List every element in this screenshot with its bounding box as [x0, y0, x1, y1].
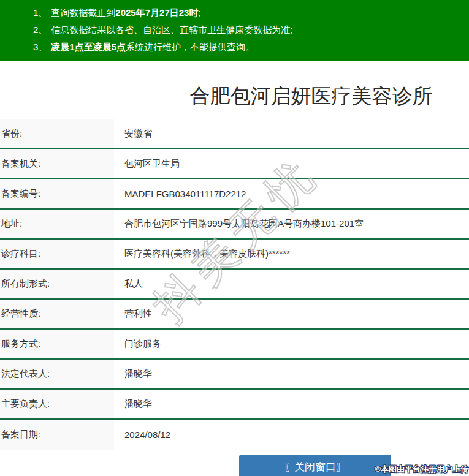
- close-window-button[interactable]: 〖关闭窗口〗: [239, 455, 391, 476]
- row-label: 所有制形式:: [0, 270, 114, 298]
- row-label: 地址:: [0, 210, 114, 238]
- row-value: 合肥市包河区宁国路999号太阳岛花园A号商办楼101-201室: [114, 210, 469, 238]
- table-row: 主要负责人:潘晓华: [0, 390, 469, 420]
- notice-list: 1、查询数据截止到2025年7月27日23时;2、信息数据结果以各省、自治区、直…: [0, 4, 469, 56]
- table-row: 备案日期:2024/08/12: [0, 420, 469, 450]
- table-row: 地址:合肥市包河区宁国路999号太阳岛花园A号商办楼101-201室: [0, 210, 469, 240]
- row-value: 潘晓华: [114, 360, 469, 388]
- page-title: 合肥包河启妍医疗美容诊所: [0, 85, 469, 107]
- row-label: 备案机关:: [0, 149, 114, 178]
- row-value: 门诊服务: [114, 330, 469, 358]
- table-row: 诊疗科目:医疗美容科(美容外科，美容皮肤科)******: [0, 240, 469, 270]
- notice-number: 1、: [33, 7, 47, 18]
- notice-number: 3、: [33, 42, 47, 52]
- row-value: 2024/08/12: [114, 420, 469, 450]
- notice-text-segment: 2025年7月27日23时: [115, 7, 198, 18]
- row-value: 私人: [114, 270, 469, 298]
- row-label: 服务方式:: [0, 330, 114, 358]
- notice-bar: 1、查询数据截止到2025年7月27日23时;2、信息数据结果以各省、自治区、直…: [0, 0, 469, 61]
- row-label: 省份:: [0, 119, 114, 148]
- row-value: 包河区卫生局: [114, 149, 469, 178]
- row-value: 安徽省: [114, 119, 469, 148]
- info-table: 省份:安徽省备案机关:包河区卫生局备案编号:MADELFGB034011117D…: [0, 119, 469, 450]
- row-label: 经营性质:: [0, 300, 114, 328]
- notice-text-segment: 系统进行维护，不能提供查询。: [126, 42, 254, 52]
- row-value: 潘晓华: [114, 390, 469, 418]
- result-window: 1、查询数据截止到2025年7月27日23时;2、信息数据结果以各省、自治区、直…: [0, 0, 469, 476]
- table-row: 法定代表人:潘晓华: [0, 360, 469, 390]
- row-value: 医疗美容科(美容外科，美容皮肤科)******: [114, 240, 469, 268]
- row-label: 诊疗科目:: [0, 240, 114, 268]
- table-row: 服务方式:门诊服务: [0, 330, 469, 360]
- notice-item: 3、凌晨1点至凌晨5点系统进行维护，不能提供查询。: [33, 39, 469, 56]
- table-row: 省份:安徽省: [0, 119, 469, 149]
- row-label: 主要负责人:: [0, 390, 114, 418]
- notice-item: 2、信息数据结果以各省、自治区、直辖市卫生健康委数据为准;: [33, 21, 469, 39]
- table-row: 经营性质:营利性: [0, 300, 469, 330]
- table-row: 备案机关:包河区卫生局: [0, 149, 469, 179]
- notice-text-segment: ;: [198, 7, 200, 18]
- uploader-credit-watermark: ©本图由平台注册用户上传: [375, 464, 468, 475]
- notice-item: 1、查询数据截止到2025年7月27日23时;: [33, 4, 469, 21]
- notice-text-segment: 信息数据结果以各省、自治区、直辖市卫生健康委数据为准;: [51, 25, 292, 35]
- notice-text-segment: 凌晨1点至凌晨5点: [51, 42, 126, 52]
- row-value: MADELFGB034011117D2212: [114, 179, 469, 208]
- row-value: 营利性: [114, 300, 469, 328]
- table-row: 备案编号:MADELFGB034011117D2212: [0, 179, 469, 210]
- notice-number: 2、: [33, 25, 47, 35]
- row-label: 备案编号:: [0, 179, 114, 208]
- notice-text-segment: 查询数据截止到: [51, 7, 115, 18]
- table-row: 所有制形式:私人: [0, 270, 469, 300]
- row-label: 法定代表人:: [0, 360, 114, 388]
- row-label: 备案日期:: [0, 420, 114, 450]
